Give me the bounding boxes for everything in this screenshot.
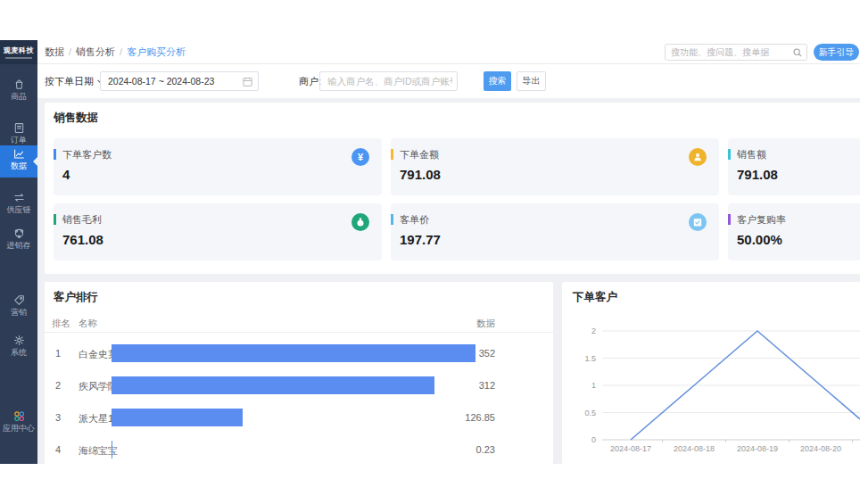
- yuan-icon: ¥: [351, 148, 369, 166]
- rank-cell: 4: [55, 444, 61, 455]
- beginner-guide-button[interactable]: 新手引导: [814, 44, 859, 61]
- user-icon: [689, 148, 707, 166]
- sidebar-item-marketing[interactable]: 营销: [0, 292, 37, 324]
- sidebar-item-goods[interactable]: 商品: [0, 76, 37, 108]
- svg-text:0.5: 0.5: [584, 409, 596, 417]
- sidebar-item-label: 数据: [0, 161, 37, 171]
- date-range-picker: [100, 71, 259, 91]
- page: 观麦科技 商品 订单 数据 供应链 进销存: [0, 0, 860, 504]
- table-row: 1 白金史莱克 352: [45, 337, 553, 369]
- stat-value: 791.08: [737, 167, 778, 182]
- value-cell: 126.85: [465, 412, 495, 423]
- sidebar: 观麦科技 商品 订单 数据 供应链 进销存: [0, 40, 37, 464]
- card-accent: [728, 149, 731, 160]
- stat-value: 197.77: [400, 232, 441, 247]
- stat-label: 客户复购率: [737, 213, 786, 227]
- sidebar-item-inventory[interactable]: 进销存: [0, 225, 37, 257]
- date-range-input[interactable]: [108, 72, 237, 90]
- breadcrumb-link-data[interactable]: 数据: [45, 46, 64, 57]
- card-accent: [391, 214, 393, 225]
- stat-card-avg-ticket: 客单价 197.77: [391, 203, 719, 260]
- stat-value: 791.08: [400, 167, 441, 182]
- top-header: 数据/销售分析/客户购买分析 新手引导: [37, 40, 860, 64]
- stat-cards: 下单客户数 4 ¥ 下单金额 791.08 销售额 791.08: [54, 138, 860, 260]
- svg-text:2: 2: [591, 326, 596, 335]
- order-customers-line-chart: 00.511.522024-08-172024-08-182024-08-192…: [562, 282, 860, 464]
- sidebar-item-label: 订单: [0, 136, 37, 145]
- value-bar: [112, 441, 112, 459]
- stat-card-sales-amount: 销售额 791.08: [728, 138, 860, 195]
- stat-value: 50.00%: [737, 232, 782, 247]
- value-bar: [112, 409, 243, 426]
- date-type-label: 按下单日期: [45, 76, 94, 87]
- global-search-input[interactable]: [671, 45, 787, 60]
- search-icon[interactable]: [792, 47, 803, 58]
- money-bag-icon: [351, 213, 369, 231]
- table-row: 2 疾风学院 312: [45, 369, 553, 401]
- rank-cell: 2: [55, 380, 61, 391]
- panel-title: 客户排行: [54, 290, 98, 305]
- breadcrumb-current[interactable]: 客户购买分析: [127, 46, 186, 57]
- svg-text:2024-08-19: 2024-08-19: [737, 444, 778, 453]
- stat-label: 下单金额: [400, 148, 439, 161]
- rank-cell: 3: [55, 412, 61, 423]
- filter-bar: 按下单日期 商户: 搜索 导出: [37, 65, 860, 98]
- supply-arrows-icon: [12, 191, 26, 204]
- panel-title: 销售数据: [54, 111, 98, 126]
- value-cell: 0.23: [476, 444, 495, 455]
- card-accent: [54, 149, 56, 160]
- brand-name: 观麦科技: [4, 45, 34, 55]
- order-icon: [12, 121, 26, 135]
- svg-text:2024-08-20: 2024-08-20: [800, 444, 841, 453]
- stat-card-order-customers: 下单客户数 4 ¥: [54, 138, 382, 195]
- value-cell: 352: [479, 348, 495, 359]
- sidebar-item-app-center[interactable]: 应用中心: [0, 408, 37, 440]
- date-type-select[interactable]: 按下单日期: [45, 75, 103, 88]
- column-name: 名称: [79, 318, 97, 330]
- card-accent: [728, 214, 731, 225]
- sales-data-panel: 销售数据 下单客户数 4 ¥ 下单金额 791.08: [45, 103, 860, 274]
- order-customers-chart-panel: 下单客户 00.511.522024-08-172024-08-182024-0…: [562, 282, 860, 464]
- stat-card-gross-profit: 销售毛利 761.08: [54, 203, 382, 260]
- stat-label: 销售额: [737, 148, 766, 161]
- logo-subtext: [5, 57, 32, 59]
- stat-label: 客单价: [400, 213, 429, 227]
- bag-icon: [12, 78, 26, 91]
- breadcrumb-link-sales-analysis[interactable]: 销售分析: [76, 46, 115, 57]
- value-bar: [112, 376, 434, 394]
- calendar-icon[interactable]: [242, 76, 253, 87]
- svg-text:1.5: 1.5: [584, 354, 596, 363]
- column-value: 数据: [476, 318, 495, 330]
- table-row: 4 海绵宝宝 0.23: [45, 434, 553, 466]
- sidebar-item-label: 供应链: [0, 205, 37, 215]
- line-chart-icon: [12, 147, 26, 161]
- svg-text:1: 1: [591, 381, 596, 390]
- export-button[interactable]: 导出: [517, 71, 546, 91]
- merchant-search-input[interactable]: [327, 72, 452, 90]
- app-center-icon: [12, 409, 26, 423]
- search-button[interactable]: 搜索: [484, 71, 511, 91]
- stat-value: 761.08: [62, 232, 103, 247]
- stat-value: 4: [62, 167, 70, 182]
- breadcrumb-separator: /: [120, 46, 122, 57]
- main-content: 销售数据 下单客户数 4 ¥ 下单金额 791.08: [37, 98, 860, 464]
- sidebar-item-label: 系统: [0, 348, 37, 358]
- price-tag-icon: [12, 293, 26, 307]
- sidebar-item-label: 进销存: [0, 241, 37, 251]
- sidebar-item-supply-chain[interactable]: 供应链: [0, 189, 37, 221]
- header-divider: [45, 332, 553, 333]
- svg-text:0: 0: [591, 435, 596, 444]
- merchant-search-box: [319, 71, 458, 91]
- admin-app: 观麦科技 商品 订单 数据 供应链 进销存: [0, 40, 860, 464]
- sidebar-item-data[interactable]: 数据: [0, 145, 37, 178]
- svg-text:2024-08-18: 2024-08-18: [674, 444, 715, 453]
- calendar-check-icon: [689, 213, 707, 231]
- table-row: 3 派大星123 126.85: [45, 401, 553, 434]
- global-search-box: [665, 44, 807, 61]
- column-rank: 排名: [52, 318, 70, 330]
- inventory-nodes-icon: [12, 227, 26, 240]
- card-accent: [391, 149, 393, 160]
- brand-logo: 观麦科技: [0, 40, 37, 64]
- rank-cell: 1: [55, 348, 61, 359]
- sidebar-item-system[interactable]: 系统: [0, 332, 37, 364]
